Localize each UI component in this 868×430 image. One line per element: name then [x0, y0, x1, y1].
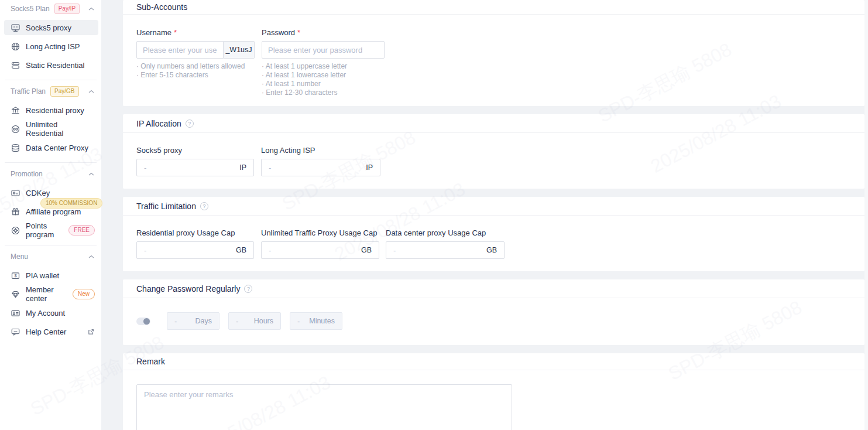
sidebar-item-label: Long Acting ISP: [26, 42, 80, 51]
sidebar-item-label: Socks5 proxy: [26, 23, 71, 32]
ip-allocation-title-row: IP Allocation ?: [123, 114, 864, 133]
change-password-title: Change Password Regularly: [136, 284, 240, 294]
sidebar-item-my-account[interactable]: My Account: [4, 305, 98, 320]
sidebar-item-static-residential[interactable]: Static Residential: [4, 57, 98, 73]
sidebar-item-data-center-proxy[interactable]: Data Center Proxy: [4, 140, 98, 155]
hours-input[interactable]: [236, 317, 249, 326]
cdkey-icon: [11, 188, 20, 198]
sidebar-item-label: Residential proxy: [26, 106, 84, 115]
username-input[interactable]: [136, 41, 224, 59]
wallet-icon: $: [11, 271, 20, 281]
change-password-toggle[interactable]: [136, 318, 150, 325]
sidebar-item-residential-proxy[interactable]: Residential proxy: [4, 103, 98, 118]
gb-unit-label: GB: [236, 246, 246, 254]
field-label: Residential proxy Usage Cap: [136, 228, 235, 237]
id-card-icon: [11, 308, 20, 318]
change-password-title-row: Change Password Regularly ?: [123, 279, 864, 298]
chevron-up-icon[interactable]: [88, 90, 94, 94]
sidebar-group-socks5-plan[interactable]: Socks5 Plan Pay/IP: [0, 1, 101, 16]
server-stack-icon: [11, 60, 20, 70]
diamond-icon: [11, 289, 20, 299]
hint: Only numbers and letters allowed: [136, 62, 255, 71]
ip-unit-label: IP: [239, 163, 246, 172]
sidebar-group-promotion[interactable]: Promotion: [0, 166, 101, 182]
sidebar-item-member-center[interactable]: Member center New: [4, 286, 98, 302]
password-label: Password: [262, 28, 295, 37]
help-icon[interactable]: ?: [244, 285, 252, 293]
sub-accounts-card: Sub-Accounts Username * _W1usJ Only numb…: [123, 0, 864, 106]
chevron-up-icon[interactable]: [88, 255, 94, 259]
socks5-ip-input[interactable]: [144, 163, 235, 172]
datacenter-cap-input[interactable]: [393, 246, 482, 255]
external-link-icon[interactable]: [87, 328, 95, 336]
group-title: Menu: [11, 252, 28, 261]
pay-ip-badge: Pay/IP: [54, 4, 80, 14]
change-password-card: Change Password Regularly ? Days Hours M…: [123, 279, 864, 345]
gb-unit-label: GB: [361, 246, 372, 254]
new-badge: New: [73, 289, 95, 299]
username-suffix-addon: _W1usJ: [224, 41, 255, 59]
username-hints: Only numbers and letters allowed Enter 5…: [136, 62, 255, 80]
sidebar-group-menu[interactable]: Menu: [0, 249, 101, 264]
socks5-ip-field-group: Socks5 proxy IP: [136, 146, 254, 176]
residential-cap-field-group: Residential proxy Usage Cap GB: [136, 228, 254, 259]
unlimited-cap-field-group: Unlimited Traffic Proxy Usage Cap GB: [261, 228, 379, 259]
residential-cap-input[interactable]: [144, 246, 231, 255]
sidebar-divider: [5, 245, 97, 245]
minutes-input[interactable]: [297, 317, 304, 326]
svg-text:$: $: [14, 273, 17, 278]
ip-unit-label: IP: [366, 163, 373, 172]
ip-allocation-card: IP Allocation ? Socks5 proxy IP Long Act…: [123, 114, 864, 189]
monitor-icon: [11, 23, 20, 33]
datacenter-cap-field-group: Data center proxy Usage Cap GB: [386, 228, 505, 259]
sidebar-item-label: Help Center: [26, 327, 66, 336]
page-title: Sub-Accounts: [123, 0, 864, 15]
free-badge: FREE: [68, 225, 95, 236]
field-label: Data center proxy Usage Cap: [386, 228, 486, 237]
hours-unit-label: Hours: [254, 317, 273, 325]
chevron-up-icon[interactable]: [88, 7, 94, 11]
sidebar-item-pia-wallet[interactable]: $ PIA wallet: [4, 268, 98, 283]
group-title: Promotion: [11, 170, 43, 178]
sidebar-group-traffic-plan[interactable]: Traffic Plan Pay/GB: [0, 84, 101, 99]
password-hints: At least 1 uppercase letter At least 1 l…: [262, 62, 385, 97]
remark-title-row: Remark: [123, 353, 864, 370]
toggle-knob: [143, 318, 150, 325]
days-input[interactable]: [174, 317, 191, 326]
field-label: Long Acting ISP: [261, 146, 315, 155]
sidebar-item-label: Data Center Proxy: [26, 144, 88, 152]
unlimited-cap-input[interactable]: [269, 246, 356, 255]
isp-ip-input[interactable]: [269, 163, 361, 172]
sidebar-item-long-acting-isp[interactable]: Long Acting ISP: [4, 39, 98, 54]
remark-textarea[interactable]: [136, 384, 512, 430]
sidebar-item-socks5-proxy[interactable]: Socks5 proxy: [4, 20, 98, 35]
database-icon: [11, 143, 20, 153]
traffic-limitation-card: Traffic Limitation ? Residential proxy U…: [123, 197, 864, 271]
chat-bubble-icon: [11, 327, 20, 337]
sidebar-item-label: Unlimited Residential: [26, 120, 95, 138]
hint: At least 1 lowercase letter: [262, 71, 385, 80]
chevron-up-icon[interactable]: [88, 172, 94, 176]
password-field-group: Password * At least 1 uppercase letter A…: [262, 28, 385, 97]
sidebar-item-label: Member center: [26, 285, 68, 303]
main-content: Sub-Accounts Username * _W1usJ Only numb…: [123, 0, 864, 430]
scrollbar-track[interactable]: [864, 0, 868, 430]
help-icon[interactable]: ?: [200, 202, 208, 210]
minutes-unit-label: Minutes: [309, 317, 335, 325]
bank-icon: [11, 105, 20, 115]
sidebar-item-unlimited-residential[interactable]: Unlimited Residential: [4, 121, 98, 136]
remark-card: Remark: [123, 353, 864, 430]
field-label: Socks5 proxy: [136, 146, 182, 155]
sidebar-item-affiliate-program[interactable]: 10% COMMISSION Affiliate program: [4, 204, 98, 219]
group-title: Socks5 Plan: [11, 5, 50, 13]
password-input[interactable]: [262, 41, 385, 59]
globe-icon: [11, 42, 20, 52]
sidebar-item-help-center[interactable]: Help Center: [4, 324, 98, 339]
hint: Enter 5-15 characters: [136, 71, 255, 80]
sidebar-item-points-program[interactable]: Points program FREE: [4, 223, 98, 238]
sidebar-divider: [5, 162, 97, 163]
help-icon[interactable]: ?: [186, 120, 194, 128]
sidebar-item-label: My Account: [26, 309, 65, 318]
hint: At least 1 uppercase letter: [262, 62, 385, 71]
required-asterisk: *: [174, 28, 177, 37]
